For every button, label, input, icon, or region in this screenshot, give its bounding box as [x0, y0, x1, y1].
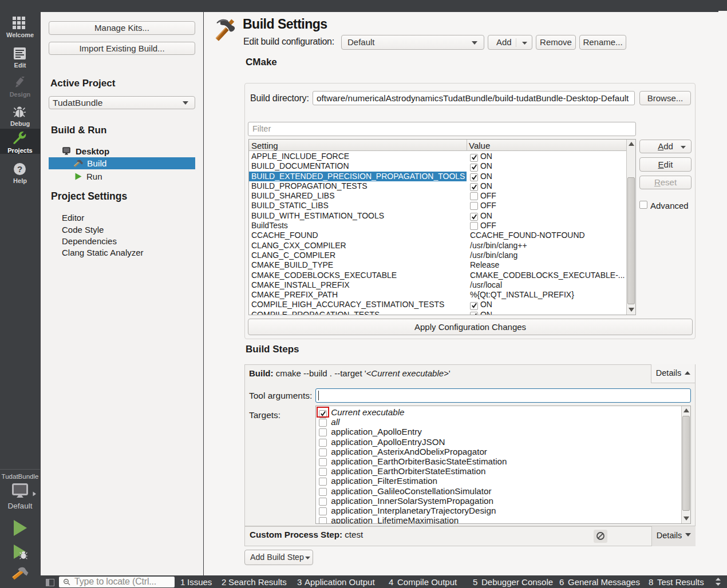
svg-text:?: ? [17, 164, 22, 174]
